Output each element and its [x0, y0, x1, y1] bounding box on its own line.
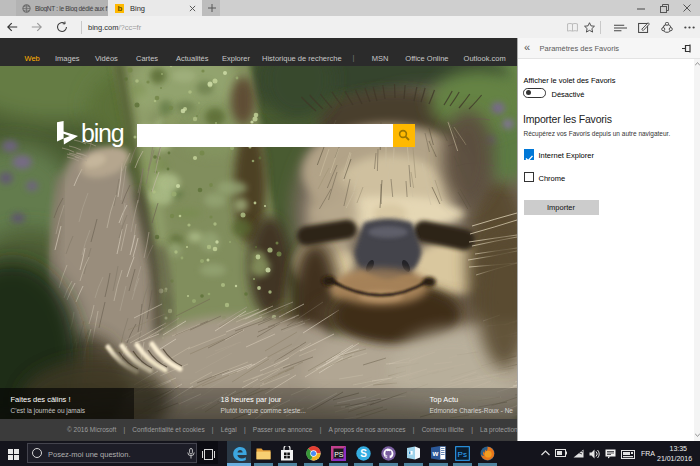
- svg-text:S: S: [360, 448, 367, 459]
- svg-text:Ps: Ps: [458, 450, 467, 459]
- svg-text:PS: PS: [334, 451, 344, 458]
- svg-text:w: w: [431, 449, 438, 458]
